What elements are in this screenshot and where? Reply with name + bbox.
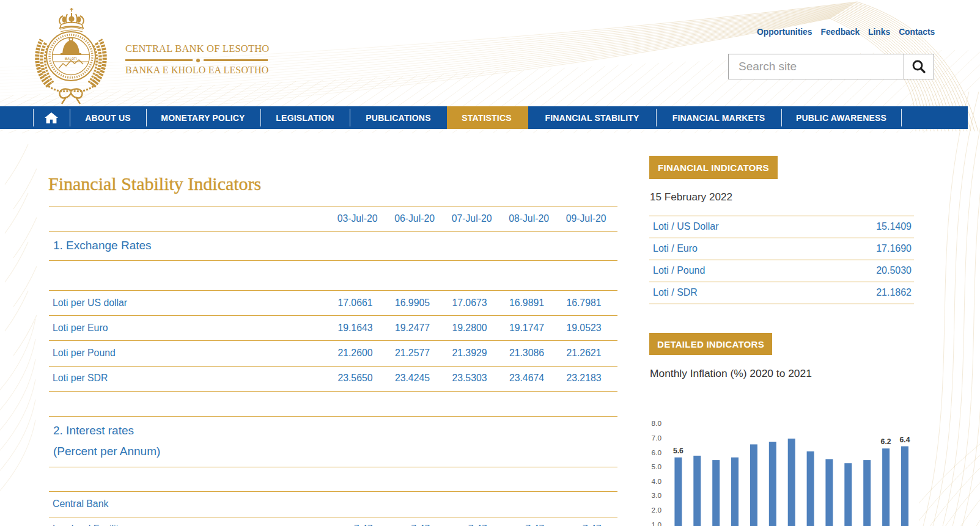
svg-text:2.0: 2.0 bbox=[652, 506, 662, 514]
svg-text:MALOTI: MALOTI bbox=[65, 57, 77, 60]
svg-text:6.4: 6.4 bbox=[900, 436, 910, 444]
svg-text:5.0: 5.0 bbox=[652, 462, 662, 471]
svg-text:8.0: 8.0 bbox=[652, 419, 662, 428]
svg-text:7.0: 7.0 bbox=[652, 434, 662, 442]
svg-text:3.0: 3.0 bbox=[652, 491, 662, 500]
svg-text:6.0: 6.0 bbox=[652, 448, 662, 457]
svg-text:6.2: 6.2 bbox=[881, 437, 891, 446]
svg-text:1.0: 1.0 bbox=[652, 521, 662, 526]
svg-text:5.6: 5.6 bbox=[673, 447, 683, 455]
svg-text:4.0: 4.0 bbox=[652, 477, 662, 486]
